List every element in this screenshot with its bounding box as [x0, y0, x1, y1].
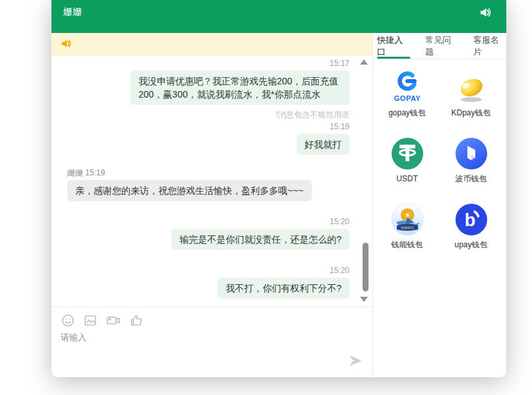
tab-label: 客服名片 [473, 34, 506, 58]
thumbs-up-icon[interactable] [129, 313, 144, 328]
outgoing-message-bubble: 我没申请优惠吧？我正常游戏先输200，后面充值200，赢300，就说我刷流水，我… [131, 71, 349, 105]
message-row: 亲，感谢您的来访，祝您游戏生活愉快，盈利多多哦~~~ [67, 177, 349, 201]
chat-widget: 姗姗 [51, 0, 506, 377]
conversation-column: 15:17 我没申请优惠吧？我正常游戏先输200，后面充值200，赢300，就说… [51, 33, 372, 377]
qianneng-coin-icon: 钱能钱包 [391, 202, 424, 237]
outgoing-message-bubble: 好我就打 [297, 134, 349, 155]
main-split: 15:17 我没申请优惠吧？我正常游戏先输200，后面充值200，赢300，就说… [51, 33, 506, 377]
wallet-usdt[interactable]: USDT [375, 135, 439, 197]
wallet-qianneng[interactable]: 钱能钱包 钱能钱包 [375, 200, 439, 262]
wallet-label: KDpay钱包 [451, 108, 490, 117]
svg-text:钱能钱包: 钱能钱包 [401, 226, 414, 230]
message-timestamp: 15:19 [67, 122, 349, 131]
wallet-kdpay[interactable]: KDpay钱包 [439, 69, 503, 131]
scroll-up-icon[interactable] [360, 59, 368, 65]
video-icon[interactable] [105, 313, 121, 328]
announcement-speaker-icon [60, 38, 72, 52]
chat-header: 姗姗 [51, 0, 506, 33]
outgoing-message-bubble: 我不打，你们有权利下分不? [218, 278, 349, 299]
sender-line: 姗姗 15:19 [67, 168, 349, 177]
svg-text:GOPAY: GOPAY [394, 94, 421, 102]
wallet-label: 钱能钱包 [392, 240, 423, 249]
panel-tabbar: 快捷入口 常见问题 客服名片 [373, 33, 506, 59]
svg-text:b: b [464, 210, 475, 230]
emoji-icon[interactable] [61, 313, 75, 328]
message-timestamp: 15:20 [67, 266, 349, 275]
sound-toggle-icon[interactable] [479, 6, 492, 19]
tab-label: 常见问题 [425, 34, 458, 58]
page: 姗姗 [0, 0, 532, 395]
scrollbar-thumb[interactable] [363, 243, 369, 291]
active-tab-indicator [377, 57, 410, 59]
scroll-down-icon[interactable] [360, 297, 368, 302]
outgoing-message-bubble: 输完是不是你们就没责任，还是怎么的? [171, 229, 349, 250]
wallet-label: gopay钱包 [388, 108, 426, 117]
wallet-grid: GOPAY gopay钱包 [373, 59, 506, 262]
wallet-upay[interactable]: b upay钱包 [439, 200, 503, 262]
sender-name: 姗姗 [67, 168, 83, 177]
wallet-label: USDT [396, 174, 418, 183]
message-input[interactable] [61, 332, 338, 366]
message-list: 15:17 我没申请优惠吧？我正常游戏先输200，后面充值200，赢300，就说… [51, 56, 372, 307]
message-row: 我不打，你们有权利下分不? [67, 275, 349, 299]
composer [51, 307, 372, 377]
gold-bean-icon [454, 70, 488, 106]
wallet-bobi[interactable]: 波币钱包 [439, 135, 503, 197]
message-row: 我没申请优惠吧？我正常游戏先输200，后面充值200，赢300，就说我刷流水，我… [67, 68, 349, 105]
announcement-bar [51, 33, 372, 56]
agent-name-title: 姗姗 [63, 6, 82, 18]
tab-agent-card[interactable]: 客服名片 [473, 33, 506, 59]
incoming-message-bubble: 亲，感谢您的来访，祝您游戏生活愉快，盈利多多哦~~~ [67, 180, 312, 201]
tether-icon [391, 136, 424, 171]
message-timestamp: 15:17 [67, 59, 349, 68]
wallet-label: 波币钱包 [456, 174, 487, 183]
shortcut-panel: 快捷入口 常见问题 客服名片 [372, 33, 506, 377]
wallet-gopay[interactable]: GOPAY gopay钱包 [375, 69, 439, 131]
message-row: 好我就打 [67, 131, 349, 155]
tab-quick-entry[interactable]: 快捷入口 [377, 33, 410, 59]
sender-time: 15:19 [85, 168, 105, 177]
upay-b-icon: b [455, 202, 488, 237]
message-timestamp: 15:20 [67, 217, 349, 226]
tab-faq[interactable]: 常见问题 [425, 33, 458, 59]
message-row: 输完是不是你们就没责任，还是怎么的? [67, 226, 349, 250]
gopay-logo-icon: GOPAY [388, 70, 427, 106]
wallet-label: upay钱包 [454, 240, 487, 249]
composer-toolbar [61, 313, 363, 328]
bobi-fold-icon [455, 136, 488, 171]
message-warning-hint: !消息包含不规范用语 [67, 110, 349, 119]
send-icon[interactable] [347, 353, 363, 371]
image-icon[interactable] [83, 313, 98, 328]
tab-label: 快捷入口 [377, 34, 410, 58]
